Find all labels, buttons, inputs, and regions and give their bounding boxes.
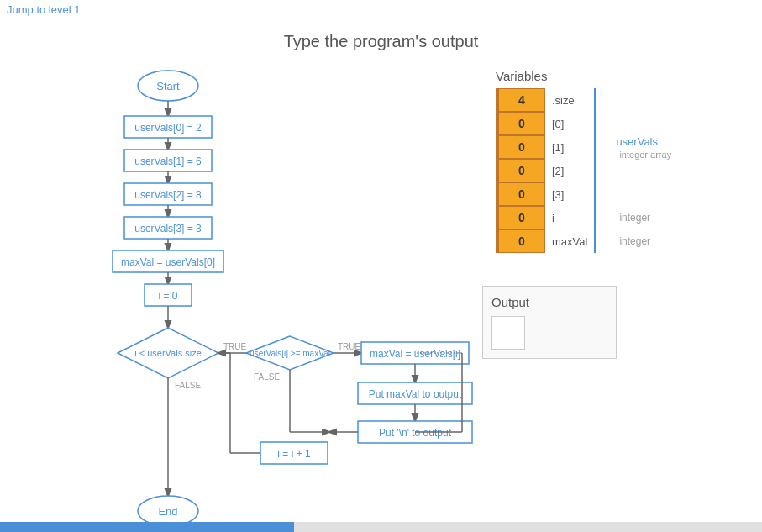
- flowchart: Start userVals[0] = 2 userVals[1] = 6 us…: [34, 50, 521, 532]
- svg-text:TRUE: TRUE: [338, 342, 361, 351]
- var-cell-0: 0: [498, 112, 545, 135]
- variables-panel: Variables 4 0 0 0 0 0 0 .size [0] [1] [2…: [496, 69, 731, 253]
- variables-table: 4 0 0 0 0 0 0 .size [0] [1] [2] [3] i ma…: [496, 88, 731, 253]
- jump-level-link[interactable]: Jump to level 1: [7, 3, 80, 16]
- var-label-1: [1]: [550, 135, 587, 159]
- var-cell-3: 0: [498, 182, 545, 206]
- var-maxval-type-label: integer: [616, 229, 671, 253]
- svg-text:maxVal = userVals[i]: maxVal = userVals[i]: [370, 348, 460, 360]
- variables-index-labels: .size [0] [1] [2] [3] i maxVal: [550, 88, 587, 253]
- var-cell-2: 0: [498, 159, 545, 182]
- svg-text:userVals[1] = 6: userVals[1] = 6: [134, 155, 202, 167]
- var-cell-size: 4: [498, 88, 545, 112]
- output-panel: Output: [482, 286, 617, 359]
- svg-text:FALSE: FALSE: [254, 372, 280, 382]
- svg-text:End: End: [158, 505, 177, 518]
- svg-text:i = i + 1: i = i + 1: [277, 448, 311, 460]
- variables-cells: 4 0 0 0 0 0 0: [496, 88, 545, 253]
- svg-text:userVals[3] = 3: userVals[3] = 3: [134, 223, 202, 234]
- output-box[interactable]: [491, 316, 525, 350]
- scrollbar-thumb[interactable]: [0, 522, 294, 532]
- var-label-0: [0]: [550, 112, 587, 135]
- var-cell-maxval: 0: [498, 229, 545, 253]
- scrollbar-area[interactable]: [0, 522, 762, 532]
- var-i-type-label: integer: [616, 206, 671, 229]
- svg-text:TRUE: TRUE: [223, 342, 247, 351]
- var-maxval-type: integer: [619, 235, 650, 247]
- svg-text:i < userVals.size: i < userVals.size: [134, 348, 202, 358]
- svg-text:Put '\n' to output: Put '\n' to output: [379, 427, 452, 439]
- var-label-i: i: [550, 206, 587, 229]
- svg-text:userVals[0] = 2: userVals[0] = 2: [134, 122, 202, 134]
- var-label-2: [2]: [550, 159, 587, 182]
- var-label-size: .size: [550, 88, 587, 112]
- var-cell-1: 0: [498, 135, 545, 159]
- output-title: Output: [491, 295, 607, 309]
- var-name: userVals: [616, 135, 658, 148]
- var-label-3: [3]: [550, 182, 587, 206]
- variables-right-labels: userVals integer array integer integer: [616, 88, 671, 253]
- svg-text:userVals[i] >= maxVal: userVals[i] >= maxVal: [250, 349, 330, 358]
- var-name-label: userVals integer array: [616, 88, 671, 206]
- var-type: integer array: [619, 150, 671, 160]
- page-title: Type the program's output: [0, 32, 762, 51]
- svg-text:Put maxVal to output: Put maxVal to output: [369, 388, 462, 400]
- svg-text:userVals[2] = 8: userVals[2] = 8: [134, 189, 202, 201]
- var-cell-i: 0: [498, 206, 545, 229]
- svg-text:maxVal = userVals[0]: maxVal = userVals[0]: [121, 256, 215, 268]
- svg-text:i = 0: i = 0: [158, 290, 177, 302]
- svg-text:Start: Start: [156, 80, 180, 92]
- var-label-maxval: maxVal: [550, 229, 587, 253]
- variables-divider: [594, 88, 596, 253]
- svg-text:FALSE: FALSE: [175, 381, 201, 390]
- variables-title: Variables: [496, 69, 731, 83]
- var-i-type: integer: [619, 212, 650, 224]
